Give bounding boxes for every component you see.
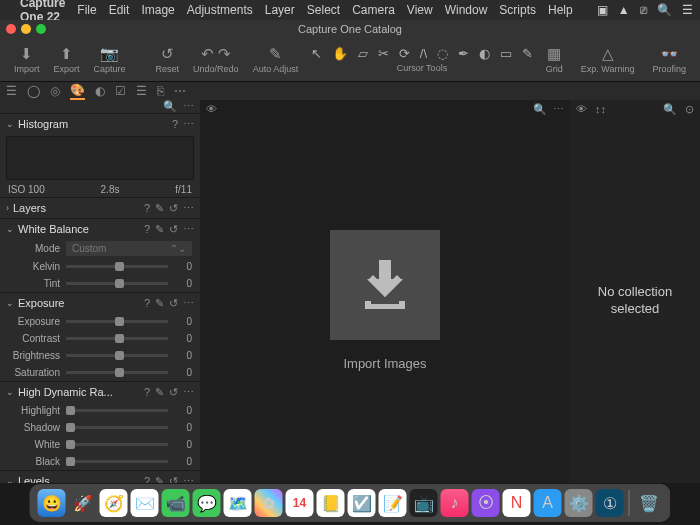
tool-icon[interactable]: ✎ [155, 386, 164, 399]
proofing-button[interactable]: 👓 Proofing [648, 45, 690, 74]
rotate-tool-icon[interactable]: ⟳ [399, 46, 410, 61]
dock-appstore-icon[interactable]: A [534, 489, 562, 517]
airplay-icon[interactable]: ▲ [618, 3, 630, 17]
keystone-tool-icon[interactable]: /\ [420, 46, 427, 61]
tool-icon[interactable]: ✎ [155, 475, 164, 484]
capture-button[interactable]: 📷 Capture [90, 45, 130, 74]
black-slider[interactable] [66, 460, 168, 463]
view-toggle-icon[interactable]: 👁 [206, 103, 217, 115]
dock-launchpad-icon[interactable]: 🚀 [69, 489, 97, 517]
more-icon[interactable]: ⋯ [183, 386, 194, 399]
tool-icon[interactable]: ✎ [155, 297, 164, 310]
more-icon[interactable]: ⋯ [183, 118, 194, 131]
menu-scripts[interactable]: Scripts [499, 3, 536, 17]
more-icon[interactable]: ⋯ [183, 223, 194, 236]
help-icon[interactable]: ? [144, 386, 150, 399]
tab-exposure-icon[interactable]: ◐ [95, 84, 105, 98]
tab-output-icon[interactable]: ⎘ [157, 84, 164, 98]
dock-podcasts-icon[interactable]: ⦿ [472, 489, 500, 517]
help-icon[interactable]: ? [144, 223, 150, 236]
dock-tv-icon[interactable]: 📺 [410, 489, 438, 517]
more-icon[interactable]: ⋯ [183, 475, 194, 484]
brush-tool-icon[interactable]: ✒ [458, 46, 469, 61]
chevron-down-icon[interactable]: ⌄ [6, 476, 14, 483]
browser-zoom-icon[interactable]: ⊙ [685, 103, 694, 116]
more-icon[interactable]: ⋯ [183, 202, 194, 215]
reset-icon[interactable]: ↺ [169, 475, 178, 484]
tab-metadata-icon[interactable]: ⋯ [174, 84, 186, 98]
minimize-button[interactable] [21, 24, 31, 34]
reset-icon[interactable]: ↺ [169, 297, 178, 310]
help-icon[interactable]: ? [172, 118, 178, 131]
white-slider[interactable] [66, 443, 168, 446]
help-icon[interactable]: ? [144, 297, 150, 310]
exposure-slider[interactable] [66, 320, 168, 323]
expwarning-button[interactable]: △ Exp. Warning [577, 45, 639, 74]
dock-calendar-icon[interactable]: 14 [286, 489, 314, 517]
more-icon[interactable]: ⋯ [183, 297, 194, 310]
help-icon[interactable]: ? [144, 202, 150, 215]
display-icon[interactable]: ▣ [597, 3, 608, 17]
menu-help[interactable]: Help [548, 3, 573, 17]
import-button[interactable]: ⬇ Import [10, 45, 44, 74]
menu-window[interactable]: Window [445, 3, 488, 17]
tab-color-icon[interactable]: 🎨 [70, 83, 85, 100]
hand-tool-icon[interactable]: ✋ [332, 46, 348, 61]
menu-edit[interactable]: Edit [109, 3, 130, 17]
panel-more-icon[interactable]: ⋯ [183, 100, 194, 113]
control-center-icon[interactable]: ☰ [682, 3, 693, 17]
kelvin-slider[interactable] [66, 265, 168, 268]
autoadjust-button[interactable]: ✎ Auto Adjust [249, 45, 303, 74]
shadow-slider[interactable] [66, 426, 168, 429]
dock-finder-icon[interactable]: 😀 [38, 489, 66, 517]
tab-styles-icon[interactable]: ☰ [136, 84, 147, 98]
dock-news-icon[interactable]: N [503, 489, 531, 517]
dock-trash-icon[interactable]: 🗑️ [635, 489, 663, 517]
chevron-down-icon[interactable]: ⌄ [6, 387, 14, 397]
tool-icon[interactable]: ✎ [155, 202, 164, 215]
dock-notes-icon[interactable]: 📝 [379, 489, 407, 517]
tab-details-icon[interactable]: ☑ [115, 84, 126, 98]
menu-view[interactable]: View [407, 3, 433, 17]
browser-sort-icon[interactable]: ↕↕ [595, 103, 606, 115]
dock-photos-icon[interactable]: ✿ [255, 489, 283, 517]
menu-adjustments[interactable]: Adjustments [187, 3, 253, 17]
saturation-slider[interactable] [66, 371, 168, 374]
spotlight-icon[interactable]: 🔍 [657, 3, 672, 17]
dock-messages-icon[interactable]: 💬 [193, 489, 221, 517]
dock-maps-icon[interactable]: 🗺️ [224, 489, 252, 517]
chevron-down-icon[interactable]: ⌄ [6, 119, 14, 129]
picker-tool-icon[interactable]: ✎ [522, 46, 533, 61]
viewer-search-icon[interactable]: 🔍 [533, 103, 547, 116]
chevron-down-icon[interactable]: ⌄ [6, 224, 14, 234]
mirror-icon[interactable]: ⎚ [640, 3, 647, 17]
chevron-down-icon[interactable]: ⌄ [6, 298, 14, 308]
select-tool-icon[interactable]: ↖ [311, 46, 322, 61]
loupe-tool-icon[interactable]: ▱ [358, 46, 368, 61]
mode-dropdown[interactable]: Custom⌃⌄ [66, 241, 192, 256]
reset-icon[interactable]: ↺ [169, 386, 178, 399]
tab-library-icon[interactable]: ☰ [6, 84, 17, 98]
highlight-slider[interactable] [66, 409, 168, 412]
picker-icon[interactable]: ✎ [155, 223, 164, 236]
undoredo-button[interactable]: ↶ ↷ Undo/Redo [189, 45, 243, 74]
dock-mail-icon[interactable]: ✉️ [131, 489, 159, 517]
spot-tool-icon[interactable]: ◌ [437, 46, 448, 61]
export-button[interactable]: ⬆ Export [50, 45, 84, 74]
tab-capture-icon[interactable]: ◯ [27, 84, 40, 98]
grid-button[interactable]: ▦ Grid [542, 45, 567, 74]
import-dropzone[interactable] [330, 230, 440, 340]
dock-safari-icon[interactable]: 🧭 [100, 489, 128, 517]
dock-sysprefs-icon[interactable]: ⚙️ [565, 489, 593, 517]
dock-facetime-icon[interactable]: 📹 [162, 489, 190, 517]
dock-reminders-icon[interactable]: ☑️ [348, 489, 376, 517]
tab-lens-icon[interactable]: ◎ [50, 84, 60, 98]
browser-search-icon[interactable]: 🔍 [663, 103, 677, 116]
reset-icon[interactable]: ↺ [169, 202, 178, 215]
reset-icon[interactable]: ↺ [169, 223, 178, 236]
crop-tool-icon[interactable]: ✂ [378, 46, 389, 61]
close-button[interactable] [6, 24, 16, 34]
search-icon[interactable]: 🔍 [163, 100, 177, 113]
dock-music-icon[interactable]: ♪ [441, 489, 469, 517]
help-icon[interactable]: ? [144, 475, 150, 484]
